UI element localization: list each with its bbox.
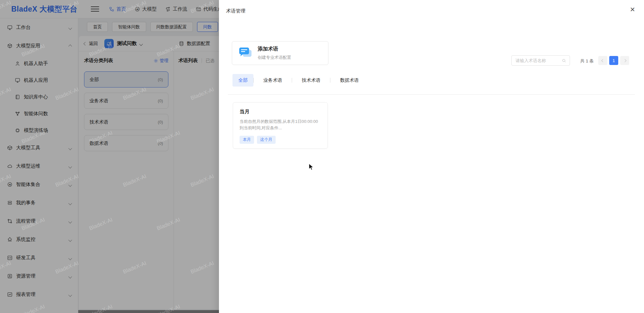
- add-term-subtitle: 创建专业术语配置: [258, 55, 291, 60]
- total-count-label: 共 1 条: [580, 58, 594, 64]
- term-description: 当前自然月的数据范围,从本月1日00:00:00到当前时间,对应条件...: [240, 118, 321, 132]
- term-search-input[interactable]: [515, 58, 562, 63]
- divider: [292, 78, 292, 83]
- term-tag: 这个月: [257, 136, 276, 144]
- chat-bubbles-icon: [238, 47, 253, 60]
- term-tags: 本月 这个月: [240, 136, 321, 144]
- close-icon[interactable]: ×: [630, 5, 635, 14]
- drawer-tab-all[interactable]: 全部: [232, 74, 253, 87]
- add-term-card[interactable]: 添加术语 创建专业术语配置: [232, 41, 328, 65]
- drawer-tab-business[interactable]: 业务术语: [263, 77, 282, 83]
- terminology-drawer: 术语管理 × 添加术语 创建专业术语配置 共 1 条 1 全部: [219, 0, 644, 313]
- divider: [253, 78, 254, 83]
- pagination-next-button[interactable]: [620, 56, 629, 65]
- drawer-tabs: 全部 业务术语 技术术语 数据术语: [232, 74, 368, 87]
- term-search-box: [511, 55, 570, 66]
- term-tag: 本月: [240, 136, 254, 144]
- page: BladeX 大模型平台 首页 AI 大模型 工作流 代码生成: [0, 0, 644, 313]
- drawer-title: 术语管理: [226, 8, 245, 14]
- drawer-tab-technical[interactable]: 技术术语: [302, 77, 320, 83]
- pagination-page-1[interactable]: 1: [609, 56, 618, 65]
- drawer-tab-data[interactable]: 数据术语: [340, 77, 359, 83]
- pagination-prev-button[interactable]: [598, 56, 607, 65]
- divider: [228, 94, 635, 95]
- add-term-title: 添加术语: [258, 46, 291, 52]
- term-card-current-month[interactable]: 当月 当前自然月的数据范围,从本月1日00:00:00到当前时间,对应条件...…: [233, 102, 328, 149]
- term-title: 当月: [240, 108, 321, 115]
- divider: [330, 78, 330, 83]
- search-icon[interactable]: [562, 58, 566, 63]
